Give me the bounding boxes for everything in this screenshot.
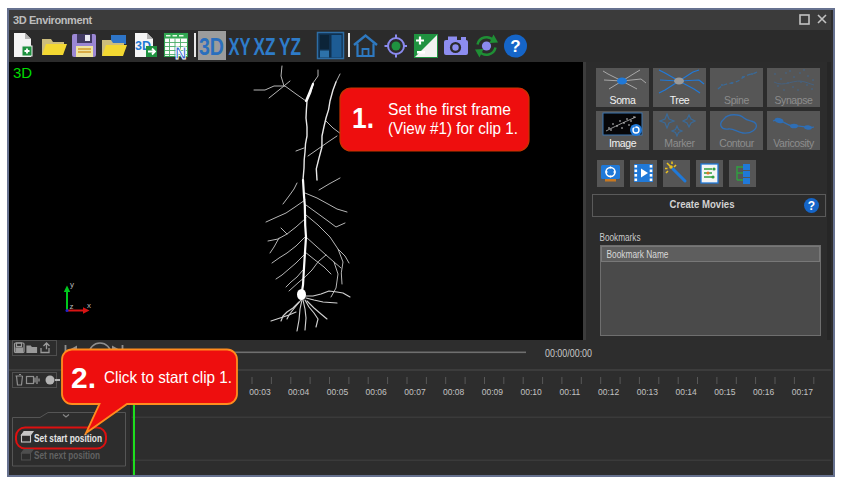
svg-text:x: x (87, 301, 91, 310)
svg-text:00:11: 00:11 (560, 387, 581, 397)
svg-text:N: N (175, 45, 187, 62)
svg-text:00:08: 00:08 (443, 387, 465, 397)
svg-text:(View #1) for clip 1.: (View #1) for clip 1. (388, 119, 518, 137)
svg-text:00:00/00:00: 00:00/00:00 (545, 347, 592, 359)
svg-text:00:06: 00:06 (366, 387, 388, 397)
svg-text:Set next position: Set next position (34, 449, 100, 461)
svg-text:Create Movies: Create Movies (670, 198, 735, 210)
svg-text:00:17: 00:17 (792, 387, 814, 397)
svg-text:XZ: XZ (254, 34, 276, 60)
svg-text:00:09: 00:09 (482, 387, 504, 397)
svg-text:00:12: 00:12 (598, 387, 620, 397)
svg-text:3D: 3D (199, 34, 224, 60)
svg-text:00:04: 00:04 (288, 387, 310, 397)
svg-text:z: z (70, 302, 74, 311)
svg-text:1.: 1. (352, 101, 374, 134)
svg-text:00:13: 00:13 (637, 387, 659, 397)
svg-text:00:15: 00:15 (714, 387, 736, 397)
svg-text:00:05: 00:05 (327, 387, 349, 397)
svg-text:y: y (70, 280, 74, 289)
svg-text:Set the first frame: Set the first frame (388, 100, 511, 118)
svg-text:Bookmark Name: Bookmark Name (607, 248, 669, 260)
svg-text:00:16: 00:16 (753, 387, 775, 397)
svg-text:?: ? (808, 199, 815, 213)
svg-text:Set start position: Set start position (34, 432, 102, 444)
svg-text:00:14: 00:14 (675, 387, 697, 397)
svg-text:00:10: 00:10 (521, 387, 543, 397)
svg-text:00:03: 00:03 (249, 387, 271, 397)
svg-text:YZ: YZ (279, 34, 301, 60)
svg-text:?: ? (510, 37, 520, 56)
svg-text:00:07: 00:07 (404, 387, 426, 397)
svg-text:XY: XY (229, 34, 251, 60)
svg-text:Bookmarks: Bookmarks (600, 231, 641, 243)
